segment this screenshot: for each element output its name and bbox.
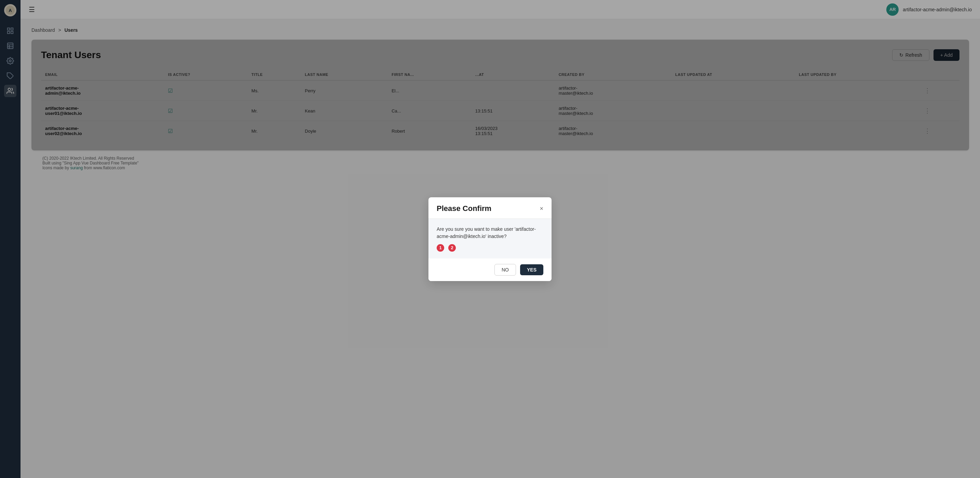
confirm-modal: Please Confirm × Are you sure you want t… xyxy=(428,197,552,281)
badge-1: 1 xyxy=(437,244,444,252)
badge-2: 2 xyxy=(448,244,456,252)
modal-body: Are you sure you want to make user 'arti… xyxy=(428,219,552,259)
modal-title: Please Confirm xyxy=(437,204,492,213)
no-button[interactable]: NO xyxy=(495,264,516,276)
modal-footer: NO YES xyxy=(428,259,552,281)
modal-header: Please Confirm × xyxy=(428,197,552,219)
modal-body-text: Are you sure you want to make user 'arti… xyxy=(437,226,543,240)
modal-close-button[interactable]: × xyxy=(539,205,543,212)
modal-overlay: Please Confirm × Are you sure you want t… xyxy=(0,0,980,478)
yes-button[interactable]: YES xyxy=(520,264,543,275)
